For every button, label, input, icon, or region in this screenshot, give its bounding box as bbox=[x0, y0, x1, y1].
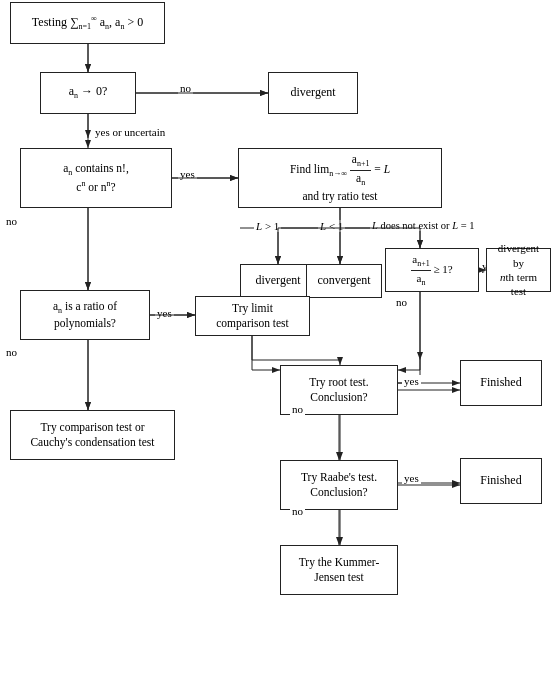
limit-comp-box: Try limitcomparison test bbox=[195, 296, 310, 336]
flowchart-diagram: Testing ∑n=1∞ an, an > 0 an → 0? no dive… bbox=[0, 0, 555, 700]
finished1-box: Finished bbox=[460, 360, 542, 406]
divergent2-box: divergent bbox=[240, 264, 316, 298]
l-gt1-label: L > 1 bbox=[254, 220, 281, 232]
yes6-label: yes bbox=[402, 472, 421, 484]
yes4-label: yes bbox=[155, 307, 174, 319]
q3-box: an+1 an ≥ 1? bbox=[385, 248, 479, 292]
divergent-nth-box: divergent bynth term test bbox=[486, 248, 551, 292]
no3-label: no bbox=[394, 296, 409, 308]
kummer-box: Try the Kummer-Jensen test bbox=[280, 545, 398, 595]
yes-uncertain-label: yes or uncertain bbox=[93, 126, 167, 138]
q4-box: an is a ratio ofpolynomials? bbox=[20, 290, 150, 340]
l-special-label: L does not exist or L = 1 bbox=[370, 220, 480, 231]
divergent1-box: divergent bbox=[268, 72, 358, 114]
raabe-box: Try Raabe's test.Conclusion? bbox=[280, 460, 398, 510]
finished1-text: Finished bbox=[480, 375, 521, 391]
no6-label: no bbox=[290, 505, 305, 517]
divergent1-text: divergent bbox=[290, 85, 335, 101]
start-box: Testing ∑n=1∞ an, an > 0 bbox=[10, 2, 165, 44]
ratio-box: Find limn→∞ an+1 an = Land try ratio tes… bbox=[238, 148, 442, 208]
finished2-box: Finished bbox=[460, 458, 542, 504]
no4-label: no bbox=[4, 346, 19, 358]
l-lt1-label: L < 1 bbox=[318, 220, 345, 232]
q2-box: an contains n!,cn or nn? bbox=[20, 148, 172, 208]
yes2-label: yes bbox=[178, 168, 197, 180]
ratio-text: Find limn→∞ an+1 an = Land try ratio tes… bbox=[290, 152, 390, 203]
no5-label: no bbox=[290, 403, 305, 415]
comparison-text: Try comparison test orCauchy's condensat… bbox=[30, 420, 154, 450]
convergent-box: convergent bbox=[306, 264, 382, 298]
raabe-text: Try Raabe's test.Conclusion? bbox=[301, 470, 377, 500]
q2-text: an contains n!,cn or nn? bbox=[63, 161, 129, 194]
limit-comp-text: Try limitcomparison test bbox=[216, 301, 289, 331]
q3-text: an+1 an ≥ 1? bbox=[411, 252, 452, 288]
no1-label: no bbox=[178, 82, 193, 94]
q1-box: an → 0? bbox=[40, 72, 136, 114]
no2-label: no bbox=[4, 215, 19, 227]
convergent-text: convergent bbox=[317, 273, 370, 289]
q1-text: an → 0? bbox=[69, 84, 108, 102]
q4-text: an is a ratio ofpolynomials? bbox=[53, 299, 117, 332]
finished2-text: Finished bbox=[480, 473, 521, 489]
divergent2-text: divergent bbox=[255, 273, 300, 289]
divergent-nth-text: divergent bynth term test bbox=[492, 241, 545, 298]
yes5-label: yes bbox=[402, 375, 421, 387]
kummer-text: Try the Kummer-Jensen test bbox=[299, 555, 379, 585]
comparison-box: Try comparison test orCauchy's condensat… bbox=[10, 410, 175, 460]
start-text: Testing ∑n=1∞ an, an > 0 bbox=[32, 14, 143, 33]
root-test-text: Try root test.Conclusion? bbox=[309, 375, 368, 405]
